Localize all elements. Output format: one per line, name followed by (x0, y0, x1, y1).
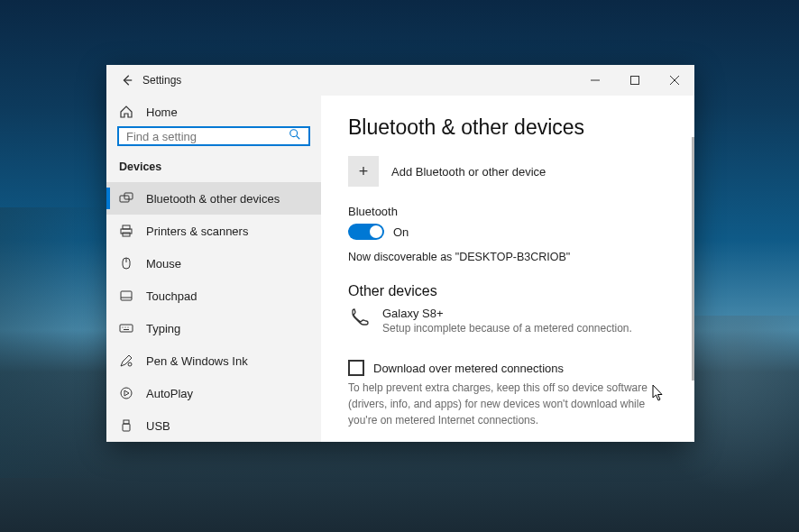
printer-icon (119, 224, 133, 238)
close-icon (670, 76, 679, 85)
search-input[interactable] (126, 130, 289, 143)
svg-point-1 (290, 130, 298, 137)
touchpad-icon (119, 289, 133, 303)
device-info: Galaxy S8+ Setup incomplete because of a… (382, 307, 632, 335)
pen-icon (119, 353, 133, 368)
window-title: Settings (142, 74, 181, 87)
svg-point-13 (124, 326, 125, 327)
plus-icon: + (348, 156, 379, 187)
bluetooth-toggle-row: On (348, 224, 667, 240)
metered-checkbox-label: Download over metered connections (373, 362, 564, 375)
autoplay-icon (119, 386, 133, 400)
device-status: Setup incomplete because of a metered co… (382, 322, 632, 335)
svg-rect-9 (121, 291, 132, 300)
nav-item-typing[interactable]: Typing (106, 312, 321, 344)
nav-item-label: USB (146, 419, 170, 433)
nav-item-label: Printers & scanners (146, 225, 248, 238)
metered-checkbox-row: Download over metered connections (348, 360, 667, 376)
nav-item-pen-windows-ink[interactable]: Pen & Windows Ink (106, 344, 321, 377)
phone-icon (348, 307, 372, 332)
nav-item-usb[interactable]: USB (106, 409, 321, 442)
back-arrow-icon (121, 74, 133, 87)
page-heading: Bluetooth & other devices (348, 115, 667, 140)
add-device-button[interactable]: + Add Bluetooth or other device (348, 156, 667, 187)
home-icon (119, 105, 133, 119)
svg-point-17 (121, 388, 132, 399)
discoverable-text: Now discoverable as "DESKTOP-B3CRIOB" (348, 251, 667, 263)
nav-item-label: Typing (146, 322, 180, 335)
content-pane: Bluetooth & other devices + Add Bluetoot… (321, 96, 694, 442)
sidebar-home-label: Home (146, 105, 178, 119)
bluetooth-toggle-state: On (393, 225, 409, 239)
nav-item-touchpad[interactable]: Touchpad (106, 280, 321, 312)
mouse-icon (119, 256, 133, 271)
bluetooth-toggle[interactable] (348, 224, 384, 240)
nav-item-label: Pen & Windows Ink (146, 354, 248, 368)
scrollbar[interactable] (692, 137, 694, 381)
nav-item-autoplay[interactable]: AutoPlay (106, 377, 321, 409)
svg-rect-11 (120, 325, 133, 332)
keyboard-icon (119, 321, 133, 335)
maximize-button[interactable] (615, 65, 655, 96)
svg-point-16 (128, 362, 132, 366)
nav-item-label: AutoPlay (146, 387, 193, 400)
svg-rect-18 (124, 420, 129, 424)
metered-checkbox[interactable] (348, 360, 364, 376)
nav-item-label: Mouse (146, 257, 181, 271)
back-button[interactable] (114, 67, 141, 94)
titlebar: Settings (106, 65, 694, 96)
close-button[interactable] (655, 65, 694, 96)
bluetooth-label: Bluetooth (348, 205, 667, 218)
search-box[interactable] (117, 126, 310, 146)
nav-item-bluetooth-other-devices[interactable]: Bluetooth & other devices (106, 182, 321, 215)
svg-rect-0 (631, 77, 639, 85)
search-icon (289, 128, 301, 144)
sidebar-section-label: Devices (106, 155, 321, 182)
nav-item-printers-scanners[interactable]: Printers & scanners (106, 215, 321, 247)
nav-item-label: Bluetooth & other devices (146, 192, 280, 206)
device-item[interactable]: Galaxy S8+ Setup incomplete because of a… (348, 307, 667, 335)
device-name: Galaxy S8+ (382, 307, 632, 320)
window-controls (575, 65, 694, 96)
nav-item-mouse[interactable]: Mouse (106, 247, 321, 280)
svg-rect-15 (124, 329, 129, 330)
minimize-button[interactable] (575, 65, 615, 96)
bluetooth-devices-icon (119, 191, 133, 206)
window-body: Home Devices Bluetooth & other devicesPr… (106, 96, 694, 442)
usb-icon (119, 418, 133, 433)
svg-rect-19 (123, 424, 130, 431)
svg-point-14 (127, 326, 128, 327)
settings-window: Settings Home (106, 65, 694, 442)
nav-list: Bluetooth & other devicesPrinters & scan… (106, 182, 321, 442)
svg-rect-4 (123, 225, 130, 229)
other-devices-heading: Other devices (348, 283, 667, 299)
add-device-label: Add Bluetooth or other device (391, 165, 546, 179)
minimize-icon (591, 76, 600, 85)
maximize-icon (630, 76, 639, 85)
nav-item-label: Touchpad (146, 289, 197, 303)
sidebar-home[interactable]: Home (106, 103, 321, 121)
sidebar: Home Devices Bluetooth & other devicesPr… (106, 96, 321, 442)
svg-point-12 (122, 326, 123, 327)
metered-help-text: To help prevent extra charges, keep this… (348, 380, 667, 428)
toggle-knob (370, 225, 382, 238)
